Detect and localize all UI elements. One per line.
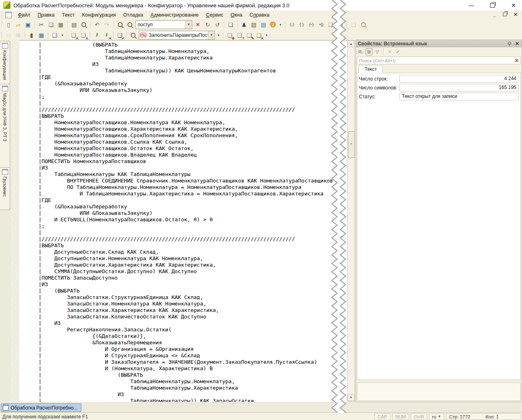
text-toolbar: ▭⊠▮▦❏▾❏A❏A////✕❏✔ ПЦ ЗаполнитьПараметрыП… [0, 30, 522, 40]
menu-help[interactable]: Справка [246, 11, 273, 19]
search-input[interactable]: поступ [136, 22, 185, 28]
separator [34, 21, 35, 28]
child-window-icon[interactable] [5, 12, 12, 18]
module-switch-button[interactable]: ❏ [50, 31, 59, 40]
format-block-button[interactable]: ❏A [69, 31, 78, 40]
templates-button[interactable]: ▨ [249, 20, 258, 29]
language-selector[interactable]: ru ▼ [429, 413, 444, 420]
copy-fragment-button[interactable]: ❏ [226, 20, 235, 29]
menu-configuration[interactable]: Конфигурация [78, 11, 119, 19]
properties-search[interactable]: Поиск (Ctrl+Alt+I) ✕ [357, 57, 521, 64]
form-table-button[interactable]: ▦ [37, 31, 46, 40]
sort-icon[interactable]: Я↓ [357, 48, 365, 55]
undo-button[interactable]: ↶ [93, 20, 102, 29]
scroll-down-button[interactable]: ▼ [348, 394, 354, 401]
bookmark-add-button[interactable]: ❏✚ [225, 31, 234, 40]
scroll-up-button[interactable]: ▲ [348, 40, 354, 47]
properties-search-clear[interactable]: ✕ [513, 58, 520, 64]
menu-service[interactable]: Сервис [202, 11, 227, 19]
tab-text[interactable]: Текст [359, 65, 383, 73]
module-switch-caret[interactable]: ▾ [60, 31, 65, 40]
separator [67, 21, 68, 28]
minimize-button[interactable]: — [467, 1, 476, 9]
close-button[interactable]: ✕ [509, 1, 518, 9]
code-line: |ИЗ [38, 281, 333, 288]
procedure-combo-caret[interactable]: ▾ [216, 31, 221, 40]
code-line: | ЗапасыОстатки.Номенклатура КАК Номенкл… [38, 301, 333, 307]
menu-text[interactable]: Текст [58, 11, 78, 19]
goto-procedure-button[interactable] [129, 31, 138, 40]
cut-button[interactable]: ✂ [37, 20, 46, 29]
code-line: | И СтруктурнаяЕдиница <> &Склад [38, 352, 333, 359]
editor-margin [11, 40, 20, 401]
window-tab-raschet[interactable]: Обработка РасчетПотребно... [1, 403, 81, 412]
goto-previous-procedure-button[interactable]: {↑} [297, 20, 306, 29]
add-comment-button[interactable]: // [92, 31, 101, 40]
module-text-button[interactable]: ▤ [259, 20, 268, 29]
categories-icon[interactable]: ⊞ [365, 48, 373, 55]
search-combobox[interactable]: поступ ▼ [136, 20, 192, 29]
syntax-assistant-button[interactable]: ♟ [240, 20, 248, 29]
collapse-blocks-button[interactable]: {−} [307, 20, 316, 29]
remove-comment-button[interactable]: //✕ [102, 31, 111, 40]
code-line: | НоменклатураПоставщиков.Номенклатура К… [38, 119, 333, 126]
bookmark-question-button[interactable]: ❏? [235, 31, 244, 40]
module-code[interactable]: | (ВЫБРАТЬ| ТаблицаНоменклатуры.Номенкла… [38, 42, 333, 402]
find-next-button[interactable]: ↻ [203, 20, 212, 29]
info-button[interactable]: i [270, 21, 276, 28]
code-line: |; [38, 223, 333, 229]
copy-button[interactable]: ❏ [47, 20, 55, 29]
procedures-list-button[interactable]: ▤ [336, 20, 345, 29]
menu-edit[interactable]: Правка [34, 11, 58, 19]
editor-vertical-scrollbar[interactable]: ▲ ▼ [347, 40, 355, 401]
procedure-combobox[interactable]: ПЦ ЗаполнитьПараметрыПоступле ▼ [139, 31, 215, 40]
sidebar-tab-configuration[interactable]: Конфигурация [0, 41, 10, 85]
properties-close-button[interactable]: ✕ [515, 41, 519, 47]
separator [113, 21, 114, 28]
goto-definition-button[interactable]: ❏ [326, 20, 335, 29]
paste-button[interactable]: ▦ [56, 20, 65, 29]
menu-administration[interactable]: Администрирование [147, 11, 202, 19]
bookmark-delete-button[interactable]: ❏✕ [255, 31, 263, 40]
find-previous-button[interactable]: ↺ [213, 20, 222, 29]
new-file-button[interactable]: ▯ [4, 20, 13, 29]
data-structure-button[interactable]: ▮ [27, 31, 36, 40]
procedure-dropdown-button[interactable]: ▼ [208, 31, 214, 39]
pin-icon[interactable] [507, 42, 511, 46]
procedure-value[interactable]: ЗаполнитьПараметрыПоступле [147, 32, 208, 38]
sidebar-tab-mag1c[interactable]: Mag1c для УНФ 3, РТ 3 [0, 84, 10, 169]
check-module-button[interactable]: ❏✔ [115, 31, 124, 40]
code-line: | (&ПоказыватьПереработку [38, 204, 333, 210]
child-close-button[interactable]: ✕ [512, 11, 519, 17]
code-line: | [38, 229, 333, 236]
save-file-button[interactable]: ▣ [23, 20, 32, 29]
clipboard-disabled-button: ❏ [349, 20, 358, 29]
format-block-alt-button[interactable]: ❏A [79, 31, 88, 40]
sidebar-tab-gruzoviks[interactable]: Грузовикс [0, 167, 10, 210]
module-editor[interactable]: | (ВЫБРАТЬ| ТаблицаНоменклатуры.Номенкла… [19, 40, 347, 402]
app-icon [3, 2, 11, 9]
bookmark-edit-button[interactable]: ❏✎ [245, 31, 254, 40]
print-preview-button[interactable] [79, 20, 88, 29]
search-dropdown-button[interactable]: ▼ [185, 21, 192, 29]
expand-blocks-button[interactable]: +{} [316, 20, 325, 29]
toolbar-grip [1, 12, 3, 18]
menu-file[interactable]: Файл [14, 11, 34, 19]
menu-debug[interactable]: Отладка [119, 11, 146, 19]
num-indicator: NUM [392, 413, 409, 420]
find-in-files-button[interactable] [116, 20, 125, 29]
toolbar-overflow-caret[interactable]: ▾ [278, 20, 283, 29]
find-button[interactable] [125, 20, 134, 29]
open-file-button[interactable]: ▱ [14, 20, 23, 29]
goto-next-procedure-button[interactable]: {↓} [287, 20, 296, 29]
menu-windows[interactable]: Окна [227, 11, 246, 19]
print-button[interactable]: ▤ [70, 20, 79, 29]
filter-icon[interactable]: ▽ [373, 48, 381, 55]
scrollbar-thumb[interactable] [348, 131, 355, 158]
child-restore-button[interactable] [502, 11, 508, 17]
bookmarks-overflow-caret[interactable]: ▾ [264, 31, 269, 40]
restore-button[interactable] [488, 1, 497, 9]
child-minimize-button[interactable]: _ [491, 11, 498, 17]
clear-search-button[interactable]: ✕ [193, 20, 202, 29]
magnifier-icon [81, 22, 86, 27]
